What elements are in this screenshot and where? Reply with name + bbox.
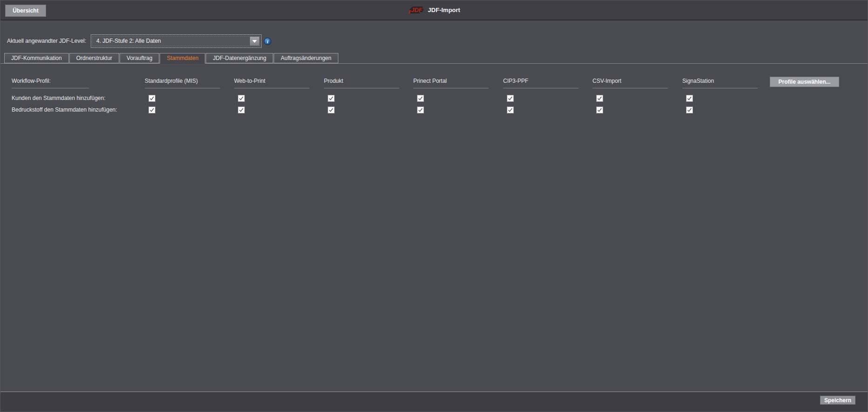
row-header-label: Workflow-Profil:: [12, 78, 89, 88]
checkbox[interactable]: [238, 95, 245, 102]
checkbox[interactable]: [148, 106, 155, 113]
checkmark-icon: [238, 95, 244, 101]
checkbox[interactable]: [596, 106, 603, 113]
checkmark-icon: [597, 95, 603, 101]
page-title: JDF-Import: [428, 7, 460, 13]
tab-jdf-kommunikation[interactable]: JDF-Kommunikation: [4, 53, 69, 63]
column-header: Web-to-Print: [234, 78, 310, 88]
checkbox[interactable]: [596, 95, 603, 102]
column-header: Prinect Portal: [413, 78, 489, 88]
jdf-import-window: JDF JDF-Import Übersicht Aktuell angewan…: [0, 0, 868, 412]
row-label: Kunden den Stammdaten hinzufügen:: [12, 94, 105, 102]
checkbox[interactable]: [686, 95, 693, 102]
checkmark-icon: [149, 107, 155, 113]
checkbox[interactable]: [686, 106, 693, 113]
checkmark-icon: [328, 107, 334, 113]
table-row: Kunden den Stammdaten hinzufügen:: [0, 94, 868, 102]
checkmark-icon: [686, 95, 693, 101]
checkmark-icon: [686, 107, 693, 113]
checkbox[interactable]: [148, 95, 155, 102]
checkmark-icon: [417, 107, 424, 113]
checkbox[interactable]: [417, 106, 424, 113]
checkmark-icon: [507, 95, 513, 101]
column-header: SignaStation: [682, 78, 758, 88]
checkmark-icon: [328, 95, 334, 101]
tab-jdf-datenerg-nzung[interactable]: JDF-Datenergänzung: [206, 53, 273, 63]
checkbox[interactable]: [238, 106, 245, 113]
checkbox[interactable]: [507, 95, 514, 102]
table-row: Bedruckstoff den Stammdaten hinzufügen:: [0, 106, 868, 113]
overview-button[interactable]: Übersicht: [5, 5, 46, 17]
checkbox[interactable]: [328, 106, 335, 113]
save-button[interactable]: Speichern: [820, 396, 855, 405]
dropdown-arrow-button[interactable]: [250, 37, 259, 46]
column-header: CSV-Import: [592, 78, 668, 88]
checkmark-icon: [597, 107, 603, 113]
checkmark-icon: [238, 107, 244, 113]
checkmark-icon: [149, 95, 155, 101]
tab-stammdaten[interactable]: Stammdaten: [160, 53, 205, 64]
checkmark-icon: [417, 95, 424, 101]
column-header: Standardprofile (MIS): [145, 78, 220, 88]
chevron-down-icon: [252, 40, 257, 43]
tab-auftrags-nderungen[interactable]: Auftragsänderungen: [274, 53, 338, 63]
checkmark-icon: [507, 107, 513, 113]
column-header: Produkt: [324, 78, 399, 88]
jdf-logo-icon: JDF: [408, 5, 424, 15]
window-title-area: JDF JDF-Import: [0, 0, 868, 20]
jdf-level-dropdown[interactable]: 4. JDF-Stufe 2: Alle Daten: [92, 36, 260, 47]
jdf-level-value: 4. JDF-Stufe 2: Alle Daten: [96, 36, 161, 46]
checkbox[interactable]: [417, 95, 424, 102]
column-header: CIP3-PPF: [503, 78, 579, 88]
svg-text:JDF: JDF: [411, 7, 423, 13]
row-label: Bedruckstoff den Stammdaten hinzufügen:: [12, 106, 117, 113]
top-bar: JDF JDF-Import Übersicht: [0, 0, 868, 20]
footer-bar: Speichern: [0, 392, 868, 412]
select-profiles-button[interactable]: Profile auswählen...: [770, 77, 839, 87]
info-icon[interactable]: i: [264, 38, 271, 45]
tab-ordnerstruktur[interactable]: Ordnerstruktur: [69, 53, 119, 63]
tab-vorauftrag[interactable]: Vorauftrag: [120, 53, 159, 63]
jdf-level-label: Aktuell angewandter JDF-Level:: [7, 35, 86, 47]
tab-bar: JDF-KommunikationOrdnerstrukturVorauftra…: [0, 53, 868, 64]
checkbox[interactable]: [328, 95, 335, 102]
checkbox[interactable]: [507, 106, 514, 113]
